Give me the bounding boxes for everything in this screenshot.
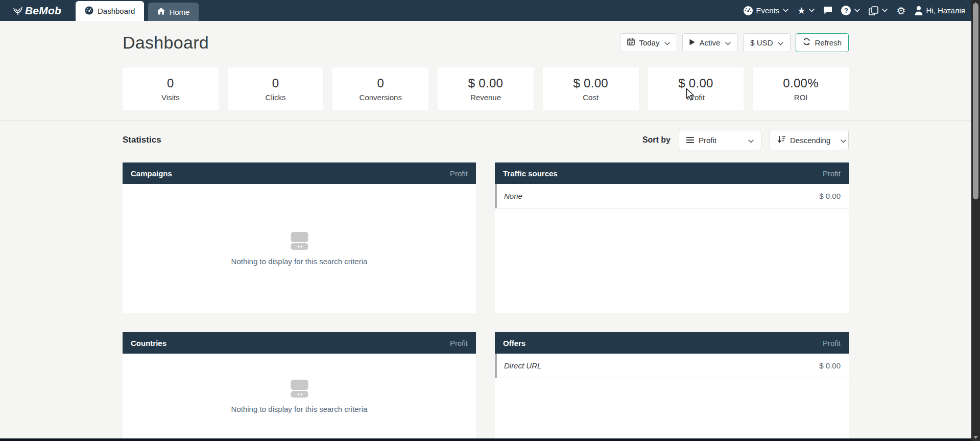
bemob-logo-icon [13,6,23,15]
message-icon [823,6,832,15]
chevron-down-icon [725,38,731,47]
panel-metric-label: Profit [823,339,841,347]
row-name: Direct URL [504,361,541,370]
status-filter-label: Active [699,38,720,47]
section-divider [0,120,971,121]
sort-by-label: Sort by [642,135,671,145]
help-menu[interactable]: ? [841,6,860,15]
top-navbar: BeMob Dashboard Home Events ★ [0,0,971,21]
table-row[interactable]: Direct URL $ 0.00 [495,354,849,378]
feedback-button[interactable] [823,6,832,15]
chevron-down-icon [882,9,888,12]
panel-countries: Countries Profit Nothing to display for … [123,332,476,438]
stat-card-visits: 0 Visits [123,67,219,110]
chevron-down-icon [783,9,788,12]
empty-state: Nothing to display for this search crite… [123,184,476,313]
sort-order-dropdown[interactable]: Descending [770,130,849,150]
stat-card-revenue: $ 0.00 Revenue [438,67,534,110]
status-filter-button[interactable]: Active [682,33,738,52]
stat-value: $ 0.00 [678,76,713,90]
panel-header: Traffic sources Profit [495,163,849,184]
scrollbar-thumb[interactable] [973,3,978,199]
date-range-button[interactable]: Today [620,33,677,52]
stat-card-cost: $ 0.00 Cost [543,67,639,110]
navbar-right-cluster: Events ★ ? [743,6,971,16]
play-icon [689,38,695,47]
question-icon: ? [841,6,851,15]
page-content: Dashboard Today Active [0,21,971,441]
sort-order-value: Descending [790,136,830,145]
star-icon: ★ [797,6,805,15]
stat-value: 0 [272,76,279,90]
stat-value: 0 [167,76,174,90]
panel-metric-label: Profit [823,169,841,178]
stat-value: $ 0.00 [468,76,504,90]
panel-title: Traffic sources [503,169,558,178]
tab-home[interactable]: Home [148,3,199,21]
stats-row: 0 Visits 0 Clicks 0 Conversions $ 0.00 R… [123,67,849,110]
workspaces-menu[interactable] [869,6,888,15]
page-title: Dashboard [123,33,209,53]
stat-label: Clicks [266,93,286,102]
stat-label: Conversions [360,93,402,102]
currency-button[interactable]: $ USD [743,33,791,52]
stat-label: ROI [794,93,808,102]
panel-header: Countries Profit [123,332,476,354]
calendar-icon [627,38,635,47]
panel-metric-label: Profit [450,339,468,347]
page-header: Dashboard Today Active [123,31,849,54]
table-row[interactable]: None $ 0.00 [495,184,849,208]
empty-data-icon [290,231,309,250]
chevron-down-icon [748,136,754,145]
statistics-title: Statistics [123,135,161,145]
scroll-down-arrow[interactable] [971,434,980,441]
tab-dashboard-label: Dashboard [98,7,135,15]
sort-field-dropdown[interactable]: Profit [679,130,761,150]
currency-label: $ USD [750,38,773,47]
stat-card-roi: 0.00% ROI [753,67,849,110]
refresh-button[interactable]: Refresh [796,33,849,52]
sort-controls: Sort by Profit Descending [642,130,849,150]
copy-icon [869,6,878,15]
stat-card-clicks: 0 Clicks [228,67,324,110]
favorites-menu[interactable]: ★ [797,6,815,15]
chevron-down-icon [664,38,670,47]
tab-dashboard[interactable]: Dashboard [76,1,144,21]
panel-body: Nothing to display for this search crite… [123,184,476,313]
stat-label: Cost [583,93,599,102]
stat-value: 0 [377,76,384,90]
panel-body: None $ 0.00 [495,184,849,313]
panel-title: Countries [131,339,166,347]
panels-grid: Campaigns Profit Nothing to display for … [123,163,849,438]
toolbar: Today Active $ USD [620,33,849,52]
vertical-scrollbar[interactable] [971,0,980,441]
panel-body: Nothing to display for this search crite… [123,354,476,438]
stat-value: 0.00% [783,76,819,90]
settings-button[interactable]: ⚙ [896,6,905,16]
gear-icon: ⚙ [896,6,905,16]
empty-state-text: Nothing to display for this search crite… [231,257,368,266]
sort-field-value: Profit [699,136,716,145]
user-menu[interactable]: Hi, Наталія [914,6,965,15]
date-range-label: Today [639,38,659,47]
panel-metric-label: Profit [450,169,468,178]
gauge-icon [85,6,93,16]
panel-title: Offers [503,339,525,347]
statistics-bar: Statistics Sort by Profit [123,130,849,150]
sort-descending-icon [777,136,785,145]
chevron-down-icon [854,9,860,12]
empty-state: Nothing to display for this search crite… [123,354,476,438]
home-icon [157,8,165,16]
user-icon [914,6,923,15]
bemob-logo[interactable]: BeMob [13,5,61,17]
panel-header: Campaigns Profit [123,163,476,184]
chevron-down-icon [778,38,783,47]
stat-label: Revenue [470,93,501,102]
stat-label: Visits [161,93,180,102]
row-value: $ 0.00 [819,361,841,370]
bottom-edge-strip [0,438,971,441]
events-gauge-icon [743,6,753,16]
events-menu[interactable]: Events [743,6,788,16]
stat-value: $ 0.00 [573,76,608,90]
panel-body: Direct URL $ 0.00 [495,354,849,438]
